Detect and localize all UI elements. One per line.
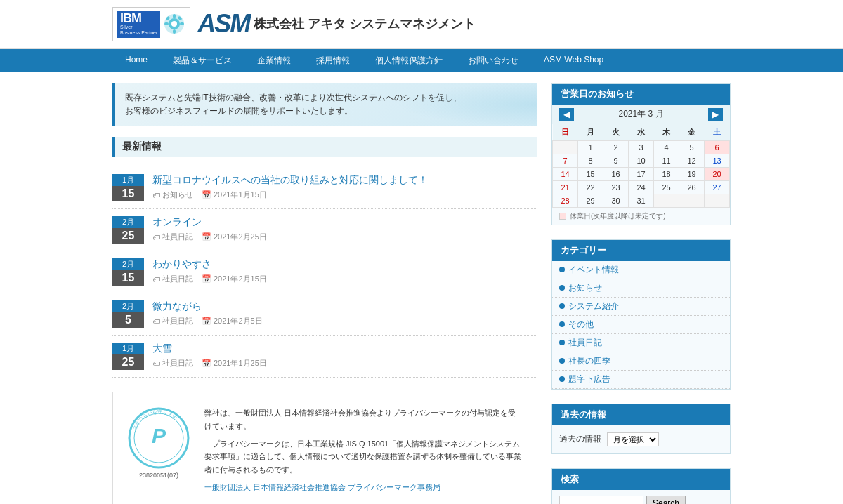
cal-cell[interactable]: 13: [705, 154, 730, 167]
company-logo-area: ASM 株式会社 アキタ システムマネジメント: [197, 11, 476, 37]
svg-rect-3: [173, 14, 176, 18]
cal-cell[interactable]: 31: [629, 194, 654, 207]
nav-link-home[interactable]: Home: [112, 49, 160, 70]
list-item: その他: [552, 316, 730, 334]
nav-link-privacy-policy[interactable]: 個人情報保護方針: [362, 49, 455, 72]
nav-link-products[interactable]: 製品＆サービス: [160, 49, 244, 72]
cal-cell[interactable]: 10: [629, 154, 654, 167]
category-link-system[interactable]: システム紹介: [559, 300, 723, 312]
cal-cell[interactable]: 9: [603, 154, 629, 167]
nav-link-company[interactable]: 企業情報: [244, 49, 303, 72]
cal-cell[interactable]: 15: [578, 167, 603, 180]
cal-cell[interactable]: 17: [629, 167, 654, 180]
category-link-news[interactable]: お知らせ: [559, 282, 723, 294]
nav-item-privacy-policy[interactable]: 個人情報保護方針: [362, 49, 455, 72]
news-meta: 🏷 社員日記 📅 2021年1月25日: [152, 358, 537, 369]
cal-cell[interactable]: 11: [654, 154, 679, 167]
news-day: 15: [112, 186, 144, 201]
privacy-text1: 弊社は、一般財団法人 日本情報経済社会推進協会よりプライバシーマークの付与認定を…: [204, 406, 523, 432]
cal-cell[interactable]: 16: [603, 167, 629, 180]
calendar-widget: ◀ 2021年 3 月 ▶ 日 月 火: [552, 105, 730, 225]
bullet-icon: [559, 376, 565, 382]
cal-cell[interactable]: 12: [679, 154, 705, 167]
search-title: 検索: [552, 469, 730, 490]
tag-icon: 🏷: [152, 275, 160, 284]
cal-cell[interactable]: 18: [654, 167, 679, 180]
cal-cell[interactable]: 7: [553, 154, 578, 167]
news-date: 📅 2021年2月5日: [202, 316, 263, 326]
nav-item-recruit[interactable]: 採用情報: [303, 49, 362, 72]
nav-item-webshop[interactable]: ASM Web Shop: [531, 49, 616, 72]
privacy-org-link[interactable]: 一般財団法人 日本情報経済社会推進協会 プライバシーマーク事務局: [204, 483, 440, 491]
cal-cell[interactable]: 6: [705, 140, 730, 154]
cal-cell[interactable]: 1: [578, 140, 603, 154]
cal-cell[interactable]: [553, 140, 578, 154]
news-title-link[interactable]: 新型コロナウイルスへの当社の取り組みと対応に関しまして！: [152, 174, 537, 187]
ibm-logo: IBM: [120, 12, 157, 25]
cal-header-sat: 土: [705, 124, 730, 141]
cal-cell[interactable]: 30: [603, 194, 629, 207]
cal-cell[interactable]: 24: [629, 180, 654, 194]
cal-header-wed: 水: [629, 124, 654, 141]
news-month: 1月: [112, 174, 144, 186]
search-input[interactable]: [559, 496, 643, 504]
calendar-icon: 📅: [202, 359, 211, 368]
tag-icon: 🏷: [152, 233, 160, 241]
list-item: お知らせ: [552, 279, 730, 298]
calendar-row: 14 15 16 17 18 19 20: [553, 167, 730, 180]
category-link-ad[interactable]: 題字下広告: [559, 373, 723, 385]
cal-cell[interactable]: 22: [578, 180, 603, 194]
cal-cell[interactable]: 4: [654, 140, 679, 154]
nav-item-contact[interactable]: お問い合わせ: [455, 49, 531, 72]
news-content: 大雪 🏷 社員日記 📅 2021年1月25日: [152, 343, 537, 369]
cal-cell[interactable]: 28: [553, 194, 578, 207]
cal-cell[interactable]: 14: [553, 167, 578, 180]
cal-cell[interactable]: 8: [578, 154, 603, 167]
cal-cell[interactable]: 23: [603, 180, 629, 194]
cal-cell[interactable]: 27: [705, 180, 730, 194]
news-title-link[interactable]: わかりやすさ: [152, 258, 537, 271]
cal-header-tue: 火: [603, 124, 629, 141]
bullet-icon: [559, 267, 565, 272]
cal-cell[interactable]: 3: [629, 140, 654, 154]
cal-cell[interactable]: 29: [578, 194, 603, 207]
nav-item-home[interactable]: Home: [112, 49, 160, 72]
cal-cell[interactable]: 5: [679, 140, 705, 154]
cal-header-mon: 月: [578, 124, 603, 141]
nav-item-company[interactable]: 企業情報: [244, 49, 303, 72]
nav-item-products[interactable]: 製品＆サービス: [160, 49, 244, 72]
news-title-link[interactable]: 微力ながら: [152, 300, 537, 313]
header: IBM SilverBusiness Partner ASM 株式会社 アキタ …: [0, 0, 843, 49]
nav-link-recruit[interactable]: 採用情報: [303, 49, 362, 72]
cal-cell[interactable]: 20: [705, 167, 730, 180]
news-content: オンライン 🏷 社員日記 📅 2021年2月25日: [152, 216, 537, 242]
cal-cell[interactable]: 25: [654, 180, 679, 194]
cal-header-sun: 日: [553, 124, 578, 141]
nav-link-webshop[interactable]: ASM Web Shop: [531, 49, 616, 70]
news-date-badge: 1月 15: [112, 174, 144, 201]
news-title-link[interactable]: オンライン: [152, 216, 537, 229]
main-content: 既存システムと先端IT技術の融合、改善・改革により次世代システムへのシフトを促し…: [0, 72, 843, 504]
categories-box: カテゴリー イベント情報 お知らせ: [551, 239, 731, 390]
calendar-prev-button[interactable]: ◀: [559, 108, 574, 121]
cal-cell[interactable]: 19: [679, 167, 705, 180]
cal-cell[interactable]: 26: [679, 180, 705, 194]
news-meta: 🏷 社員日記 📅 2021年2月5日: [152, 316, 537, 326]
news-month: 2月: [112, 216, 144, 228]
search-button[interactable]: Search: [646, 496, 686, 504]
calendar-next-button[interactable]: ▶: [708, 108, 723, 121]
past-info-select[interactable]: 月を選択: [607, 432, 659, 446]
bullet-icon: [559, 358, 565, 364]
news-title-link[interactable]: 大雪: [152, 343, 537, 355]
cal-cell[interactable]: 2: [603, 140, 629, 154]
past-info-label: 過去の情報: [559, 433, 601, 445]
cal-cell[interactable]: 21: [553, 180, 578, 194]
category-link-president[interactable]: 社長の四季: [559, 355, 723, 367]
news-day: 15: [112, 270, 144, 286]
category-link-other[interactable]: その他: [559, 319, 723, 331]
privacy-mark: さきつらいを守ります P 23820051(07): [127, 406, 190, 479]
search-row: Search: [552, 490, 730, 504]
category-link-event[interactable]: イベント情報: [559, 264, 723, 276]
category-link-staff-diary[interactable]: 社員日記: [559, 337, 723, 349]
nav-link-contact[interactable]: お問い合わせ: [455, 49, 531, 72]
